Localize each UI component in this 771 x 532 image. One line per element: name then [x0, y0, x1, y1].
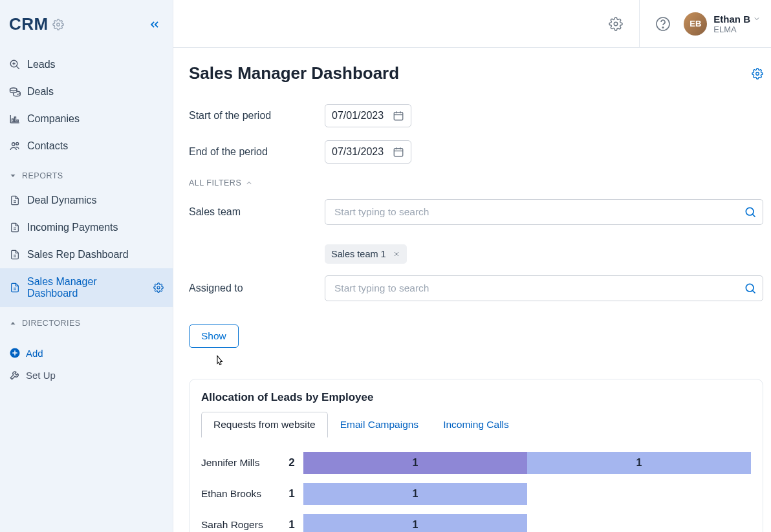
nav-item-sales-manager-dashboard[interactable]: Sales Manager Dashboard [0, 268, 173, 307]
svg-point-0 [56, 23, 60, 26]
svg-point-22 [157, 286, 160, 289]
chip-label: Sales team 1 [331, 249, 386, 259]
employee-name: Ethan Brooks [201, 488, 284, 500]
nav-item-companies[interactable]: Companies [0, 105, 173, 133]
chart-area: Jennifer Mills211Ethan Brooks11Sarah Rog… [201, 449, 751, 532]
document-icon [9, 195, 21, 206]
bar-row: Ethan Brooks11 [201, 480, 751, 507]
bar-row: Jennifer Mills211 [201, 449, 751, 476]
section-header-reports[interactable]: REPORTS [0, 162, 173, 184]
gear-icon[interactable] [153, 282, 164, 293]
settings-button[interactable] [603, 11, 629, 37]
nav-item-contacts[interactable]: Contacts [0, 133, 173, 160]
nav-item-incoming-payments[interactable]: Incoming Payments [0, 214, 173, 241]
svg-rect-9 [14, 117, 16, 122]
chevron-up-icon [245, 179, 253, 187]
add-button[interactable]: Add [9, 342, 164, 364]
svg-point-11 [12, 143, 16, 146]
employee-name: Sarah Rogers [201, 519, 284, 531]
svg-point-12 [16, 142, 19, 145]
nav-item-leads[interactable]: Leads [0, 51, 173, 78]
user-name: Ethan B [713, 14, 750, 25]
bar-segment-new: 1 [303, 452, 527, 474]
nav-label: Companies [27, 113, 80, 125]
app-settings-icon[interactable] [52, 19, 64, 30]
start-period-label: Start of the period [189, 110, 325, 122]
caret-up-icon [9, 319, 17, 327]
bar-total: 1 [284, 518, 299, 531]
main-area: EB Ethan B ELMA Sales Manager Dashboard … [173, 0, 771, 532]
document-icon [9, 249, 21, 261]
setup-label: Set Up [26, 370, 56, 381]
card-tabs: Requests from website Email Campaigns In… [201, 412, 751, 438]
search-icon[interactable] [744, 282, 757, 295]
wrench-icon [9, 369, 21, 381]
leads-allocation-card: Allocation of Leads by Employee Requests… [189, 379, 763, 532]
search-icon[interactable] [744, 206, 757, 218]
bar-total: 1 [284, 487, 299, 500]
caret-down-icon [9, 172, 17, 180]
tab-email-campaigns[interactable]: Email Campaigns [328, 412, 431, 438]
nav-label: Deals [27, 86, 54, 98]
calendar-icon [393, 146, 404, 158]
user-menu[interactable]: EB Ethan B ELMA [681, 12, 761, 36]
tab-incoming-calls[interactable]: Incoming Calls [431, 412, 521, 438]
nav-label: Leads [27, 59, 56, 70]
bar-track: 11 [303, 452, 751, 474]
bar-total: 2 [284, 456, 299, 469]
assigned-search-input[interactable] [325, 275, 763, 301]
collapse-sidebar-icon[interactable] [148, 18, 161, 31]
chip-remove-icon[interactable] [393, 250, 400, 258]
svg-marker-13 [11, 175, 16, 177]
bar-track: 1 [303, 514, 751, 532]
coins-icon [9, 86, 21, 98]
tab-requests-from-website[interactable]: Requests from website [201, 412, 328, 438]
svg-line-2 [17, 67, 19, 69]
divider [639, 0, 640, 48]
nav-label: Incoming Payments [27, 222, 118, 233]
sidebar-footer: Add Set Up [0, 337, 173, 391]
nav-item-deal-dynamics[interactable]: Deal Dynamics [0, 187, 173, 214]
svg-line-44 [752, 290, 755, 293]
setup-button[interactable]: Set Up [9, 364, 164, 386]
sales-team-label: Sales team [189, 206, 325, 218]
svg-point-27 [614, 22, 618, 26]
document-icon [9, 282, 21, 293]
show-button[interactable]: Show [189, 325, 239, 348]
plus-circle-icon [9, 347, 21, 359]
calendar-icon [393, 110, 404, 122]
chart-bar-icon [9, 113, 21, 125]
employee-name: Jennifer Mills [201, 457, 284, 469]
section-label: REPORTS [22, 171, 63, 180]
nav-item-sales-rep-dashboard[interactable]: Sales Rep Dashboard [0, 241, 173, 268]
bar-segment-processing: 1 [527, 452, 751, 474]
svg-rect-31 [394, 112, 403, 120]
sales-team-search-input[interactable] [325, 199, 763, 225]
cursor-pointer-icon [213, 354, 771, 367]
nav-label: Contacts [27, 140, 68, 152]
help-button[interactable] [650, 11, 676, 37]
bar-row: Sarah Rogers11 [201, 511, 751, 532]
all-filters-label: ALL FILTERS [189, 178, 241, 187]
svg-marker-23 [11, 322, 16, 325]
nav-item-deals[interactable]: Deals [0, 78, 173, 105]
bar-track: 1 [303, 483, 751, 505]
section-header-directories[interactable]: DIRECTORIES [0, 310, 173, 332]
page-settings-icon[interactable] [752, 68, 763, 80]
nav-main: Leads Deals Companies Contacts [0, 48, 173, 162]
assigned-to-label: Assigned to [189, 282, 325, 294]
svg-point-39 [746, 207, 754, 215]
svg-line-40 [752, 214, 755, 217]
nav-reports: Deal Dynamics Incoming Payments Sales Re… [0, 184, 173, 310]
section-label: DIRECTORIES [22, 319, 81, 328]
start-date-input[interactable]: 07/01/2023 [325, 104, 411, 127]
user-org: ELMA [713, 25, 761, 34]
content: Sales Manager Dashboard Start of the per… [173, 48, 771, 532]
nav-label: Deal Dynamics [27, 195, 97, 206]
all-filters-toggle[interactable]: ALL FILTERS [189, 178, 253, 187]
svg-rect-35 [394, 149, 403, 156]
bar-segment-processing: 1 [303, 483, 527, 505]
end-date-input[interactable]: 07/31/2023 [325, 140, 411, 164]
svg-point-29 [663, 27, 664, 28]
nav-label: Sales Manager Dashboard [27, 276, 147, 299]
